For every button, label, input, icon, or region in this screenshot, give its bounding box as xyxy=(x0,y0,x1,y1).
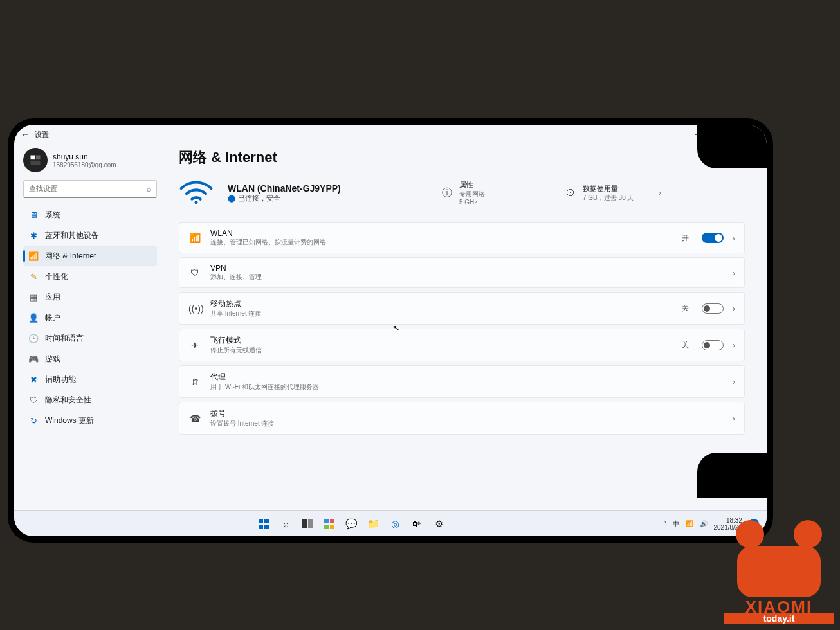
toggle-switch[interactable] xyxy=(702,233,724,243)
chevron-right-icon: › xyxy=(659,188,661,197)
svg-point-3 xyxy=(195,201,198,204)
sidebar-item[interactable]: ✖辅助功能 xyxy=(23,369,157,390)
sidebar-item-icon: ✱ xyxy=(28,230,39,240)
notch xyxy=(697,125,767,168)
titlebar: ← 设置 — ▢ ✕ xyxy=(14,125,767,144)
sidebar-item-label: 辅助功能 xyxy=(45,374,76,385)
sidebar-item-icon: 🛡 xyxy=(28,395,39,405)
row-icon: ✈ xyxy=(188,340,201,350)
svg-rect-0 xyxy=(31,156,35,160)
sidebar-item-icon: 🖥 xyxy=(28,210,39,220)
sidebar-item[interactable]: ↻Windows 更新 xyxy=(23,410,157,431)
chevron-right-icon: › xyxy=(733,268,735,278)
search-placeholder: 查找设置 xyxy=(29,184,147,194)
sidebar-item[interactable]: 🛡隐私和安全性 xyxy=(23,390,157,410)
chevron-right-icon: › xyxy=(733,233,735,243)
row-icon: ⇵ xyxy=(188,377,201,387)
usage-icon: ⏲ xyxy=(565,187,576,199)
chevron-right-icon: › xyxy=(733,340,735,350)
svg-rect-6 xyxy=(259,525,263,529)
taskbar-taskview-icon[interactable] xyxy=(298,515,316,533)
row-title: VPN xyxy=(210,264,724,273)
search-icon: ⌕ xyxy=(147,185,151,193)
svg-rect-4 xyxy=(259,519,263,523)
notch xyxy=(697,453,767,498)
card-sub: 7 GB，过去 30 天 xyxy=(583,194,634,203)
properties-card[interactable]: ⓘ 属性 专用网络 5 GHz xyxy=(435,176,544,210)
row-title: 代理 xyxy=(210,372,724,382)
back-button[interactable]: ← xyxy=(21,129,30,140)
settings-row[interactable]: ✈ 飞行模式 停止所有无线通信关› xyxy=(179,328,745,361)
sidebar-item-label: 隐私和安全性 xyxy=(45,395,91,406)
profile[interactable]: shuyu sun 1582956180@qq.com xyxy=(23,148,157,172)
settings-rows: 📶 WLAN 连接、管理已知网络、按流量计费的网络开›🛡 VPN 添加、连接、管… xyxy=(179,222,745,435)
wifi-icon xyxy=(179,179,214,207)
toggle-switch[interactable] xyxy=(702,340,724,350)
page-title: 网络 & Internet xyxy=(179,148,745,167)
data-usage-card[interactable]: ⏲ 数据使用量 7 GB，过去 30 天 › xyxy=(558,180,668,206)
svg-rect-5 xyxy=(264,519,269,523)
settings-row[interactable]: 📶 WLAN 连接、管理已知网络、按流量计费的网络开› xyxy=(179,222,745,253)
sidebar-item-icon: 📶 xyxy=(28,251,39,261)
row-sub: 用于 Wi-Fi 和以太网连接的代理服务器 xyxy=(210,382,724,392)
tray-chevron-icon[interactable]: ˄ xyxy=(663,520,666,527)
row-sub: 连接、管理已知网络、按流量计费的网络 xyxy=(210,238,673,247)
sidebar-item[interactable]: 👤帐户 xyxy=(23,307,157,328)
svg-rect-2 xyxy=(31,161,41,165)
taskbar-search-icon[interactable]: ⌕ xyxy=(277,515,295,533)
taskbar-center: ⌕💬📁◎🛍⚙ xyxy=(40,515,663,533)
taskbar-store-icon[interactable]: 🛍 xyxy=(408,515,426,533)
tray-volume-icon[interactable]: 🔊 xyxy=(700,520,708,527)
sidebar-item[interactable]: 📶网络 & Internet xyxy=(23,246,157,266)
chevron-right-icon: › xyxy=(733,303,735,313)
svg-rect-11 xyxy=(330,519,334,523)
sidebar-item[interactable]: 🖥系统 xyxy=(23,204,157,225)
settings-row[interactable]: ((•)) 移动热点 共享 Internet 连接关› xyxy=(179,292,745,325)
taskbar-start-icon[interactable] xyxy=(255,515,273,533)
tray-wifi-icon[interactable]: 📶 xyxy=(686,520,693,527)
settings-row[interactable]: 🛡 VPN 添加、连接、管理› xyxy=(179,257,745,288)
ime-indicator[interactable]: 中 xyxy=(673,519,679,528)
taskbar-chat-icon[interactable]: 💬 xyxy=(342,515,360,533)
row-title: 移动热点 xyxy=(210,298,673,309)
svg-rect-8 xyxy=(302,519,307,528)
taskbar-widgets-icon[interactable] xyxy=(320,515,338,533)
toggle-switch[interactable] xyxy=(702,303,724,314)
chevron-right-icon: › xyxy=(733,413,735,423)
svg-rect-7 xyxy=(264,525,269,529)
sidebar-item-label: 游戏 xyxy=(45,354,60,364)
row-title: 飞行模式 xyxy=(210,335,673,346)
taskbar-settings-icon[interactable]: ⚙ xyxy=(430,515,448,533)
sidebar-item-icon: 👤 xyxy=(28,312,39,323)
taskbar-explorer-icon[interactable]: 📁 xyxy=(364,515,382,533)
row-title: 拨号 xyxy=(210,408,724,419)
svg-rect-9 xyxy=(308,519,313,528)
sidebar-item[interactable]: ▦应用 xyxy=(23,287,157,307)
row-icon: ((•)) xyxy=(188,303,201,314)
card-sub: 专用网络 5 GHz xyxy=(459,190,485,206)
main: 网络 & Internet WLAN (ChinaNet-GJ9YPP) xyxy=(163,144,767,510)
hero-ssid: WLAN (ChinaNet-GJ9YPP) xyxy=(228,183,421,194)
settings-row[interactable]: ⇵ 代理 用于 Wi-Fi 和以太网连接的代理服务器› xyxy=(179,365,745,398)
phone-frame: ← 设置 — ▢ ✕ shuyu sun 1582956180@qq.com xyxy=(8,118,773,543)
sidebar-item-label: Windows 更新 xyxy=(45,415,94,426)
sidebar-item[interactable]: 🎮游戏 xyxy=(23,348,157,369)
nav: 🖥系统✱蓝牙和其他设备📶网络 & Internet✎个性化▦应用👤帐户🕒时间和语… xyxy=(23,204,157,431)
row-sub: 设置拨号 Internet 连接 xyxy=(210,419,724,428)
bunny-icon xyxy=(724,520,834,597)
screen: ← 设置 — ▢ ✕ shuyu sun 1582956180@qq.com xyxy=(14,125,767,536)
card-title: 数据使用量 xyxy=(583,184,634,194)
sidebar-item[interactable]: ✎个性化 xyxy=(23,266,157,287)
sidebar-item-label: 网络 & Internet xyxy=(45,251,96,262)
row-sub: 共享 Internet 连接 xyxy=(210,309,673,318)
sidebar: shuyu sun 1582956180@qq.com 查找设置 ⌕ 🖥系统✱蓝… xyxy=(14,144,163,510)
settings-row[interactable]: ☎ 拨号 设置拨号 Internet 连接› xyxy=(179,402,745,435)
row-icon: 📶 xyxy=(188,233,201,243)
sidebar-item[interactable]: 🕒时间和语言 xyxy=(23,328,157,348)
row-title: WLAN xyxy=(210,229,673,238)
search-input[interactable]: 查找设置 ⌕ xyxy=(23,180,157,198)
sidebar-item[interactable]: ✱蓝牙和其他设备 xyxy=(23,225,157,246)
status-dot-icon: ⬤ xyxy=(228,194,235,203)
sidebar-item-label: 帐户 xyxy=(45,312,60,323)
taskbar-edge-icon[interactable]: ◎ xyxy=(386,515,404,533)
